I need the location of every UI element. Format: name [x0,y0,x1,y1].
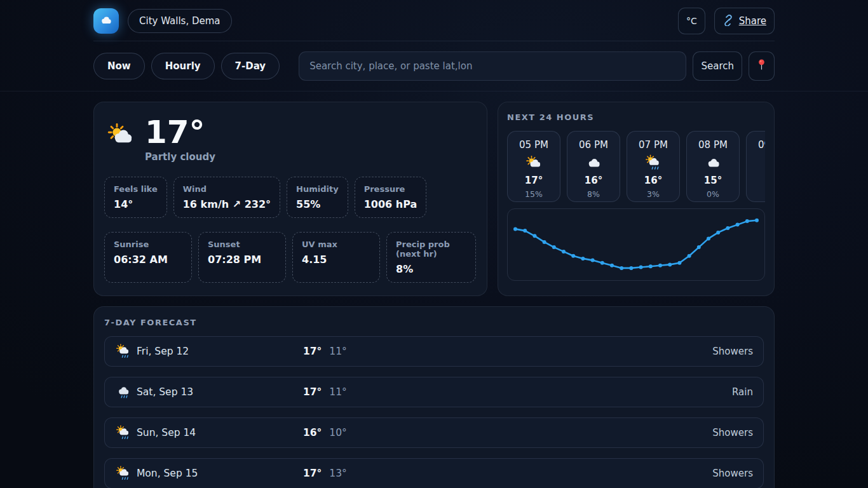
location-chip[interactable]: City Walls, Dema [128,9,232,33]
app-logo [93,8,119,34]
cloud-logo-icon [98,12,114,30]
stat-value: 14° [114,198,158,210]
forecast-date: Sat, Sep 13 [137,386,303,398]
forecast-date: Sun, Sep 14 [137,427,303,438]
hour-card[interactable]: 06 PM16°8% [567,131,620,202]
current-stats-row-1: Feels like14°Wind16 km/h ↗ 232°Humidity5… [104,177,477,218]
top-bar: City Walls, Dema °C Share [93,8,775,41]
hour-temperature: 16° [644,175,662,186]
current-hero: 17° Partly cloudy [104,115,477,163]
forecast-condition: Showers [347,427,753,438]
hour-precip-probability: 0% [707,189,719,200]
search-button[interactable]: Search [693,51,742,81]
stat-sunset: Sunset07:28 PM [198,232,286,283]
tab-7-day[interactable]: 7-Day [221,53,280,79]
link-icon [722,15,734,28]
stat-feels-like: Feels like14° [104,177,167,218]
unit-toggle-button[interactable]: °C [678,8,705,34]
share-button[interactable]: Share [714,8,775,34]
forecast-condition: Showers [347,346,753,357]
hourly-temperature-chart [507,208,765,281]
sun-cloud-rain-icon [644,154,662,172]
stat-precip-prob-next-hr-: Precip prob (next hr)8% [386,232,476,283]
sun-cloud-icon [525,154,543,172]
sun-cloud-rain-icon [115,424,132,441]
forecast-day-row[interactable]: Sun, Sep 1416°10°Showers [104,417,764,448]
next-24-hours-title: NEXT 24 HOURS [507,112,765,122]
forecast-high-temp: 17° [303,468,322,479]
stat-label: Precip prob (next hr) [396,240,466,259]
forecast-high-temp: 17° [303,386,322,398]
tab-now[interactable]: Now [93,53,145,79]
stat-label: UV max [302,240,370,249]
cloud-icon [704,154,722,172]
main-content: 17° Partly cloudy Feels like14°Wind16 km… [85,102,783,488]
hour-temperature: 16° [585,175,602,186]
search-input[interactable] [299,51,686,81]
stat-value: 16 km/h ↗ 232° [183,198,271,210]
hour-time: 08 PM [698,139,728,151]
forecast-day-list: Fri, Sep 1217°11°ShowersSat, Sep 1317°11… [104,336,764,488]
stat-label: Sunrise [114,240,182,249]
stat-pressure: Pressure1006 hPa [355,177,427,218]
stat-label: Humidity [296,184,339,194]
temperature-line-chart [510,213,762,276]
forecast-condition: Rain [347,386,753,398]
hour-time: 05 PM [519,139,548,151]
stat-value: 06:32 AM [114,254,182,266]
forecast-day-row[interactable]: Fri, Sep 1217°11°Showers [104,336,764,367]
stat-wind: Wind16 km/h ↗ 232° [173,177,280,218]
forecast-date: Fri, Sep 12 [137,346,303,357]
stat-uv-max: UV max4.15 [292,232,380,283]
stat-sunrise: Sunrise06:32 AM [104,232,192,283]
hour-time: 09 PM [758,139,765,151]
tab-hourly[interactable]: Hourly [151,53,215,79]
hour-temperature: 17° [525,175,543,186]
hour-precip-probability: 8% [587,189,600,200]
stat-value: 8% [396,263,466,275]
geolocate-pin-button[interactable] [749,51,775,81]
stat-humidity: Humidity55% [287,177,348,218]
hour-temperature: 15° [704,175,722,186]
stat-value: 07:28 PM [208,254,276,266]
forecast-low-temp: 10° [329,427,346,438]
app-header: City Walls, Dema °C Share NowHourly7-Day… [0,0,868,92]
forecast-high-temp: 17° [303,346,322,357]
stat-value: 4.15 [302,254,370,266]
forecast-date: Mon, Sep 15 [137,468,303,479]
current-temperature: 17° [145,115,215,150]
cloud-icon [585,154,602,172]
stat-label: Wind [183,184,271,194]
forecast-day-row[interactable]: Sat, Sep 1317°11°Rain [104,377,764,407]
hour-card[interactable]: 08 PM15°0% [686,131,740,202]
stat-label: Sunset [208,240,276,249]
cloud-rain-icon [115,384,132,400]
hour-card[interactable]: 07 PM16°3% [627,131,680,202]
current-condition-label: Partly cloudy [145,151,215,163]
seven-day-forecast-card: 7-DAY FORECAST Fri, Sep 1217°11°ShowersS… [93,306,775,488]
share-button-label: Share [739,15,766,27]
forecast-high-temp: 16° [303,427,322,438]
current-conditions-card: 17° Partly cloudy Feels like14°Wind16 km… [93,102,487,296]
stat-label: Pressure [364,184,417,194]
forecast-low-temp: 11° [329,386,346,398]
forecast-condition: Showers [347,468,753,479]
view-tabs: NowHourly7-Day [93,53,286,79]
hour-card[interactable]: 09 PM [746,131,765,202]
current-stats-row-2: Sunrise06:32 AMSunset07:28 PMUV max4.15P… [104,232,477,283]
stat-label: Feels like [114,184,158,194]
stat-value: 1006 hPa [364,198,417,210]
hour-precip-probability: 15% [525,189,543,200]
forecast-day-row[interactable]: Mon, Sep 1517°13°Showers [104,458,764,488]
sun-cloud-icon [105,120,136,151]
cloud-icon [764,154,765,172]
forecast-low-temp: 13° [329,468,346,479]
forecast-low-temp: 11° [329,346,346,357]
hour-time: 07 PM [639,139,668,151]
round-pushpin-icon [757,58,766,74]
sun-cloud-rain-icon [115,465,132,482]
hour-time: 06 PM [579,139,608,151]
hourly-forecast-scroller[interactable]: 05 PM17°15%06 PM16°8%07 PM16°3%08 PM15°0… [507,131,765,202]
next-24-hours-card: NEXT 24 HOURS 05 PM17°15%06 PM16°8%07 PM… [498,102,775,296]
hour-card[interactable]: 05 PM17°15% [507,131,560,202]
